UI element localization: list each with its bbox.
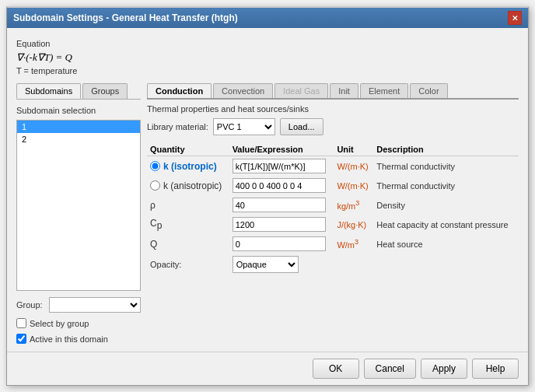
radio-row-isotropic: k (isotropic)	[150, 161, 226, 172]
table-row: k (isotropic) W/(m·K) Thermal conductivi…	[147, 156, 519, 177]
prop-desc-cell: Thermal conductivity	[373, 156, 519, 177]
equation-variable: T = temperature	[16, 66, 519, 75]
k-isotropic-input[interactable]	[233, 159, 326, 173]
close-button[interactable]: ✕	[508, 11, 522, 25]
select-by-group-checkbox[interactable]	[16, 318, 26, 328]
list-item[interactable]: 1	[17, 121, 140, 133]
prop-desc-cell: Heat source	[373, 234, 519, 254]
tab-subdomains[interactable]: Subdomains	[16, 83, 81, 99]
prop-desc-q: Heat source	[376, 240, 422, 249]
opacity-label: Opacity:	[150, 260, 181, 269]
opacity-row: Opacity: Opaque Transparent	[147, 254, 519, 275]
prop-name-anisotropic: k (anisotropic)	[163, 180, 222, 191]
opacity-label-cell: Opacity:	[147, 254, 229, 275]
library-select[interactable]: PVC 1	[213, 118, 275, 135]
prop-unit-cell: W/(m·K)	[334, 156, 373, 177]
tab-conduction[interactable]: Conduction	[147, 83, 212, 98]
col-quantity: Quantity	[147, 143, 229, 156]
prop-desc-cp: Heat capacity at constant pressure	[376, 220, 508, 229]
help-button[interactable]: Help	[472, 359, 519, 379]
list-item[interactable]: 2	[17, 133, 140, 145]
left-tab-group: Subdomains Groups	[16, 83, 141, 100]
col-value: Value/Expression	[229, 143, 334, 156]
prop-value-cell	[229, 156, 334, 177]
prop-desc-rho: Density	[376, 201, 405, 210]
tab-groups[interactable]: Groups	[82, 83, 128, 99]
left-panel: Subdomains Groups Subdomain selection 1 …	[16, 83, 141, 344]
q-input[interactable]	[233, 236, 326, 251]
active-in-domain-label: Active in this domain	[30, 334, 108, 344]
prop-value-cell	[229, 215, 334, 234]
prop-name-isotropic: k (isotropic)	[163, 161, 217, 172]
dialog-title: Subdomain Settings - General Heat Transf…	[13, 12, 238, 23]
prop-name-cell: Cp	[147, 215, 229, 234]
col-unit: Unit	[334, 143, 373, 156]
table-row: Cp J/(kg·K) Heat capacity at constant pr…	[147, 215, 519, 234]
radio-isotropic[interactable]	[150, 161, 160, 171]
group-select[interactable]	[49, 297, 141, 313]
properties-table: Quantity Value/Expression Unit Descripti…	[147, 143, 519, 275]
subdomain-label: Subdomain selection	[16, 106, 141, 115]
opacity-select[interactable]: Opaque Transparent	[233, 256, 299, 273]
prop-unit-cell: kg/m3	[334, 195, 373, 215]
inner-tab-group: Conduction Convection Ideal Gas Init Ele…	[147, 83, 519, 100]
equation-label: Equation	[16, 39, 519, 48]
tab-element[interactable]: Element	[360, 83, 408, 98]
prop-value-cell	[229, 234, 334, 254]
equation-section: Equation ∇·(-k∇T) = Q T = temperature	[16, 36, 519, 79]
tab-ideal-gas[interactable]: Ideal Gas	[274, 83, 328, 98]
equation-formula: ∇·(-k∇T) = Q	[16, 51, 519, 64]
prop-name-q: Q	[150, 239, 157, 250]
radio-anisotropic[interactable]	[150, 180, 160, 191]
cp-input[interactable]	[233, 217, 326, 232]
active-in-domain-row: Active in this domain	[16, 334, 141, 344]
table-row: k (anisotropic) W/(m·K) Thermal conducti…	[147, 176, 519, 195]
library-row: Library material: PVC 1 Load...	[147, 118, 519, 135]
prop-desc-anisotropic: Thermal conductivity	[376, 181, 455, 191]
right-panel: Conduction Convection Ideal Gas Init Ele…	[147, 83, 519, 344]
tab-init[interactable]: Init	[330, 83, 358, 98]
radio-row-anisotropic: k (anisotropic)	[150, 180, 226, 191]
prop-unit-isotropic: W/(m·K)	[337, 162, 368, 171]
section-label: Thermal properties and heat sources/sink…	[147, 104, 519, 114]
ok-button[interactable]: OK	[313, 359, 359, 379]
prop-value-cell	[229, 195, 334, 215]
prop-name-rho: ρ	[150, 200, 156, 211]
prop-unit-rho: kg/m3	[337, 201, 359, 211]
k-anisotropic-input[interactable]	[233, 178, 326, 193]
dialog: Subdomain Settings - General Heat Transf…	[6, 6, 529, 386]
prop-desc-cell: Density	[373, 195, 519, 215]
load-button[interactable]: Load...	[280, 118, 323, 135]
tab-convection[interactable]: Convection	[213, 83, 273, 98]
prop-value-cell	[229, 176, 334, 195]
dialog-content: Equation ∇·(-k∇T) = Q T = temperature Su…	[7, 28, 528, 352]
main-panels: Subdomains Groups Subdomain selection 1 …	[16, 83, 519, 344]
select-by-group-row: Select by group	[16, 318, 141, 328]
prop-unit-cell: W/m3	[334, 234, 373, 254]
prop-name-cell: Q	[147, 234, 229, 254]
group-row: Group:	[16, 297, 141, 313]
title-bar: Subdomain Settings - General Heat Transf…	[7, 8, 528, 28]
prop-name-cell: k (anisotropic)	[147, 176, 229, 195]
dialog-footer: OK Cancel Apply Help	[7, 352, 528, 385]
col-description: Description	[373, 143, 519, 156]
active-in-domain-checkbox[interactable]	[16, 334, 26, 344]
subdomain-list[interactable]: 1 2	[16, 120, 141, 291]
prop-unit-cell: W/(m·K)	[334, 176, 373, 195]
table-row: Q W/m3 Heat source	[147, 234, 519, 254]
rho-input[interactable]	[233, 198, 326, 212]
prop-name-cell: k (isotropic)	[147, 156, 229, 177]
apply-button[interactable]: Apply	[421, 359, 467, 379]
cancel-button[interactable]: Cancel	[364, 359, 416, 379]
prop-name-cell: ρ	[147, 195, 229, 215]
prop-unit-cell: J/(kg·K)	[334, 215, 373, 234]
prop-desc-cell: Heat capacity at constant pressure	[373, 215, 519, 234]
table-row: ρ kg/m3 Density	[147, 195, 519, 215]
prop-desc-isotropic: Thermal conductivity	[376, 162, 455, 171]
prop-desc-cell: Thermal conductivity	[373, 176, 519, 195]
select-by-group-label: Select by group	[30, 319, 89, 328]
opacity-select-cell: Opaque Transparent	[229, 254, 334, 275]
tab-color[interactable]: Color	[410, 83, 447, 98]
prop-unit-q: W/m3	[337, 240, 358, 250]
prop-name-cp: Cp	[150, 218, 162, 229]
